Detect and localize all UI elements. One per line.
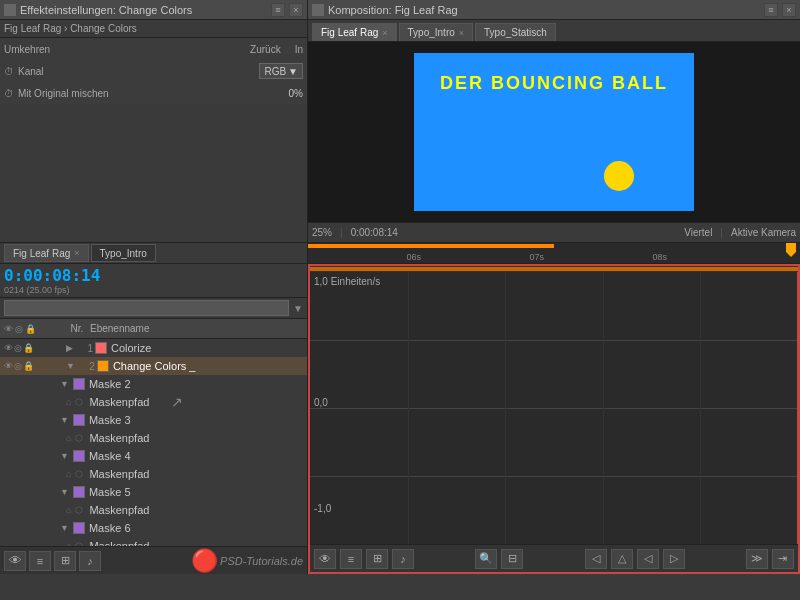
timeline-tab-typointro[interactable]: Typo_Intro bbox=[91, 244, 156, 262]
layers-panel: 0:00:08:14 0214 (25.00 fps) ▼ 👁 ◎ 🔒 Nr. … bbox=[0, 264, 308, 574]
layers-tool-4[interactable]: ♪ bbox=[79, 551, 101, 571]
layer-row-colorize[interactable]: 👁 ◎ 🔒 ▶ 1 Colorize bbox=[0, 339, 307, 357]
comp-title: Komposition: Fig Leaf Rag bbox=[328, 4, 760, 16]
colorize-expand[interactable]: ▶ bbox=[66, 343, 73, 353]
effect-row-umkehren: Umkehren Zurück In bbox=[0, 38, 307, 60]
effects-panel: Effekteinstellungen: Change Colors ≡ × F… bbox=[0, 0, 308, 242]
maske6-color-swatch bbox=[73, 522, 85, 534]
ruler-07s: 07s bbox=[529, 252, 544, 262]
layers-header-area: Fig Leaf Rag × Typo_Intro bbox=[0, 243, 308, 263]
changecolors-name: Change Colors _ bbox=[111, 360, 196, 372]
graph-tool-nav-2[interactable]: △ bbox=[611, 549, 633, 569]
colorize-num: 1 bbox=[77, 343, 93, 354]
colorize-color-swatch bbox=[95, 342, 107, 354]
maske6-name: Maske 6 bbox=[87, 522, 131, 534]
graph-tool-keyframe[interactable]: ⊞ bbox=[366, 549, 388, 569]
composition-panel: Komposition: Fig Leaf Rag ≡ × Fig Leaf R… bbox=[308, 0, 800, 242]
graph-vline-3 bbox=[603, 272, 604, 544]
comp-tab-figleafrag[interactable]: Fig Leaf Rag × bbox=[312, 23, 397, 41]
graph-tool-sound[interactable]: ♪ bbox=[392, 549, 414, 569]
stopwatch-mischen: ⏱ bbox=[4, 88, 14, 99]
search-dropdown-arrow: ▼ bbox=[293, 303, 303, 314]
umkehren-label: Umkehren bbox=[4, 44, 50, 55]
mischen-label: Mit Original mischen bbox=[18, 88, 109, 99]
quarter-status: Viertel bbox=[684, 227, 712, 238]
effects-close-btn[interactable]: × bbox=[289, 3, 303, 17]
graph-tool-nav-4[interactable]: ▷ bbox=[663, 549, 685, 569]
layer-row-maske6[interactable]: ▼ Maske 6 bbox=[0, 519, 307, 537]
layer-row-changecolors[interactable]: 👁 ◎ 🔒 ▼ 2 Change Colors _ bbox=[0, 357, 307, 375]
solo-col-icon: ◎ bbox=[15, 324, 23, 334]
layer-row-maskenpfad2[interactable]: ⌂ ⬡ Maskenpfad bbox=[0, 429, 307, 447]
layer-row-maske5[interactable]: ▼ Maske 5 bbox=[0, 483, 307, 501]
colorize-solo: ◎ bbox=[14, 343, 22, 353]
changecolors-num: 2 bbox=[79, 361, 95, 372]
layer-row-maskenpfad4[interactable]: ⌂ ⬡ Maskenpfad bbox=[0, 501, 307, 519]
changecolors-expand[interactable]: ▼ bbox=[66, 361, 75, 371]
timeline-tab-figleaf[interactable]: Fig Leaf Rag × bbox=[4, 244, 89, 262]
graph-label-bot: -1,0 bbox=[314, 503, 331, 514]
layers-list: 👁 ◎ 🔒 ▶ 1 Colorize 👁 ◎ 🔒 ▼ 2 Ch bbox=[0, 339, 307, 546]
ruler-08s: 08s bbox=[652, 252, 667, 262]
maskenpfad3-icon: ⌂ bbox=[66, 469, 71, 479]
graph-tool-right-1[interactable]: ≫ bbox=[746, 549, 768, 569]
col-ebenenname: Ebenenname bbox=[90, 323, 150, 334]
comp-tab-typostatisch[interactable]: Typo_Statisch bbox=[475, 23, 556, 41]
maske5-expand[interactable]: ▼ bbox=[60, 487, 69, 497]
maske4-expand[interactable]: ▼ bbox=[60, 451, 69, 461]
maske4-color-swatch bbox=[73, 450, 85, 462]
comp-tab-figleafrag-label: Fig Leaf Rag bbox=[321, 27, 378, 38]
comp-close-btn[interactable]: × bbox=[782, 3, 796, 17]
kanal-dropdown[interactable]: RGB ▼ bbox=[259, 63, 303, 79]
effects-minimize-btn[interactable]: ≡ bbox=[271, 3, 285, 17]
graph-tool-fit[interactable]: ⊟ bbox=[501, 549, 523, 569]
comp-statusbar: 25% | 0:00:08:14 Viertel | Aktive Kamera bbox=[308, 222, 800, 242]
graph-tool-nav-1[interactable]: ◁ bbox=[585, 549, 607, 569]
layers-tool-1[interactable]: 👁 bbox=[4, 551, 26, 571]
maskenpfad2-mask-icon: ⬡ bbox=[75, 433, 83, 443]
maske2-expand[interactable]: ▼ bbox=[60, 379, 69, 389]
maskenpfad1-name: Maskenpfad bbox=[87, 396, 149, 408]
maske6-expand[interactable]: ▼ bbox=[60, 523, 69, 533]
timecode-status: 0:00:08:14 bbox=[351, 227, 398, 238]
graph-tool-grid[interactable]: ≡ bbox=[340, 549, 362, 569]
timeline-tab-figleaf-close[interactable]: × bbox=[74, 248, 79, 258]
effect-row-mischen: ⏱ Mit Original mischen 0% bbox=[0, 82, 307, 104]
timeline-fps: 0214 (25.00 fps) bbox=[4, 285, 303, 295]
maske5-color-swatch bbox=[73, 486, 85, 498]
camera-status: Aktive Kamera bbox=[731, 227, 796, 238]
graph-label-top: 1,0 Einheiten/s bbox=[314, 276, 380, 287]
comp-tab-figleafrag-close[interactable]: × bbox=[382, 28, 387, 38]
layers-tool-2[interactable]: ≡ bbox=[29, 551, 51, 571]
cursor-indicator: ↗ bbox=[171, 394, 183, 410]
graph-tool-eye[interactable]: 👁 bbox=[314, 549, 336, 569]
layer-row-maske2[interactable]: ▼ Maske 2 bbox=[0, 375, 307, 393]
timeline-tab-typointro-label: Typo_Intro bbox=[100, 248, 147, 259]
layers-tool-3[interactable]: ⊞ bbox=[54, 551, 76, 571]
comp-tab-typointro-close[interactable]: × bbox=[459, 28, 464, 38]
orange-workarea-bar bbox=[308, 244, 554, 248]
timeline-tab-figleaf-label: Fig Leaf Rag bbox=[13, 248, 70, 259]
effect-row-kanal: ⏱ Kanal RGB ▼ bbox=[0, 60, 307, 82]
graph-tool-zoom-minus[interactable]: 🔍 bbox=[475, 549, 497, 569]
layer-row-maskenpfad5[interactable]: ⌂ ⬡ Maskenpfad bbox=[0, 537, 307, 546]
graph-tool-nav-3[interactable]: ◁ bbox=[637, 549, 659, 569]
mischen-value: 0% bbox=[289, 88, 303, 99]
col-nr: Nr. bbox=[68, 323, 86, 334]
comp-tab-typointro[interactable]: Typo_Intro × bbox=[399, 23, 474, 41]
layer-row-maskenpfad3[interactable]: ⌂ ⬡ Maskenpfad bbox=[0, 465, 307, 483]
maske3-expand[interactable]: ▼ bbox=[60, 415, 69, 425]
ruler-06s: 06s bbox=[406, 252, 421, 262]
layer-row-maske4[interactable]: ▼ Maske 4 bbox=[0, 447, 307, 465]
layers-columns: 👁 ◎ 🔒 Nr. Ebenenname bbox=[0, 319, 307, 339]
graph-panel: 1,0 Einheiten/s 0,0 -1,0 👁 ≡ ⊞ ♪ 🔍 bbox=[308, 264, 800, 574]
panel-icon bbox=[4, 4, 16, 16]
layer-row-maske3[interactable]: ▼ Maske 3 bbox=[0, 411, 307, 429]
comp-minimize-btn[interactable]: ≡ bbox=[764, 3, 778, 17]
layer-search-input[interactable] bbox=[4, 300, 289, 316]
playhead-vline bbox=[797, 272, 798, 544]
graph-tool-right-2[interactable]: ⇥ bbox=[772, 549, 794, 569]
kanal-label: Kanal bbox=[18, 66, 44, 77]
layer-row-maskenpfad1[interactable]: ⌂ ⬡ Maskenpfad ↗ bbox=[0, 393, 307, 411]
zoom-status: 25% bbox=[312, 227, 332, 238]
